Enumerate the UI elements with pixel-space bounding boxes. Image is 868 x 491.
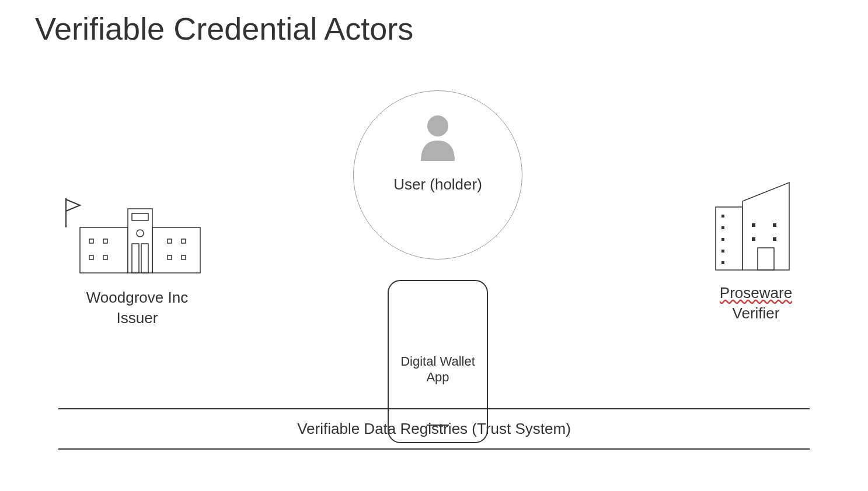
issuer-actor: Woodgrove Inc Issuer [50, 192, 225, 327]
school-building-icon [55, 192, 219, 280]
issuer-name: Woodgrove Inc [50, 289, 225, 307]
wallet-app-label-2: App [389, 370, 487, 385]
svg-rect-25 [752, 237, 755, 241]
user-circle: User (holder) [353, 90, 522, 259]
svg-point-16 [427, 115, 448, 136]
issuer-role: Issuer [50, 309, 225, 327]
svg-rect-21 [721, 250, 724, 252]
svg-rect-12 [168, 239, 172, 243]
svg-rect-1 [80, 227, 128, 273]
svg-rect-20 [721, 238, 724, 241]
registry-label: Verifiable Data Registries (Trust System… [58, 420, 810, 438]
verifier-actor: Proseware Verifier [698, 178, 814, 322]
trust-registry: Verifiable Data Registries (Trust System… [58, 408, 810, 450]
wallet-app-label-1: Digital Wallet [389, 354, 487, 369]
holder-label: User (holder) [393, 176, 482, 194]
svg-rect-26 [773, 237, 776, 241]
verifier-role: Verifier [698, 304, 814, 322]
svg-rect-11 [152, 227, 200, 273]
svg-rect-22 [721, 261, 724, 264]
svg-rect-3 [103, 239, 107, 243]
svg-rect-17 [716, 207, 742, 270]
office-building-icon [706, 178, 806, 277]
divider-line [58, 408, 810, 409]
holder-actor: User (holder) Digital Wallet App [344, 90, 531, 259]
svg-rect-23 [752, 223, 755, 227]
svg-rect-14 [168, 255, 172, 259]
svg-rect-19 [721, 226, 724, 229]
svg-rect-4 [89, 255, 93, 259]
page-title: Verifiable Credential Actors [35, 10, 413, 47]
svg-rect-18 [721, 215, 724, 218]
svg-rect-13 [182, 239, 186, 243]
verifier-name: Proseware [698, 284, 814, 302]
svg-rect-15 [182, 255, 186, 259]
svg-rect-24 [773, 223, 776, 227]
divider-line [58, 448, 810, 450]
svg-rect-5 [103, 255, 107, 259]
user-icon [417, 114, 458, 164]
svg-rect-2 [89, 239, 93, 243]
